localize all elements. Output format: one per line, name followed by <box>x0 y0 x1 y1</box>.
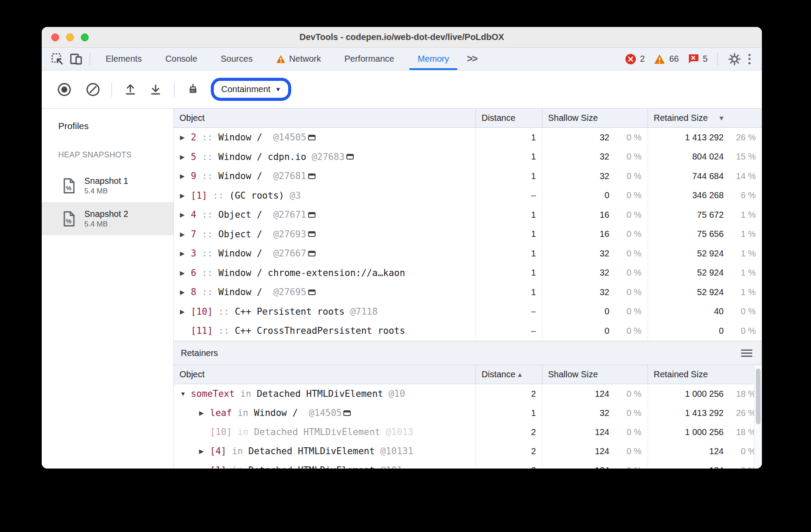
separator-text: :: <box>213 326 235 336</box>
customize-devtools-menu-icon[interactable] <box>744 54 755 64</box>
disclosure-arrow[interactable]: ▶ <box>179 173 191 180</box>
object-cell: ▶9 :: Window / @27681 <box>174 166 475 186</box>
heap-object-row[interactable]: ▶[1] :: (GC roots) @3–00 %346 2686 % <box>174 186 762 206</box>
retainer-row[interactable]: [10] in Detached HTMLDivElement @1013212… <box>174 422 762 442</box>
object-id: @27695 <box>273 287 306 297</box>
separator-text: :: <box>196 152 219 162</box>
heap-snapshot-file-icon: % <box>63 178 76 194</box>
minimize-window-button[interactable] <box>66 33 74 41</box>
disclosure-arrow[interactable]: ▶ <box>179 192 191 199</box>
tab-memory[interactable]: Memory <box>406 48 461 70</box>
disclosure-arrow[interactable]: ▶ <box>179 153 191 160</box>
disclosure-arrow[interactable]: ▶ <box>198 448 210 455</box>
snapshot-item[interactable]: % Snapshot 15.4 MB <box>42 169 173 202</box>
size-cell: 75 6561 % <box>648 225 762 244</box>
disclosure-arrow[interactable]: ▶ <box>179 211 191 218</box>
tab-network[interactable]: Network <box>264 48 332 70</box>
tab-sources[interactable]: Sources <box>209 48 264 70</box>
heap-object-row[interactable]: [11] :: C++ CrossThreadPersistent roots–… <box>174 321 762 341</box>
disclosure-arrow[interactable]: ▶ <box>179 231 191 238</box>
issues-badge[interactable]: 5 <box>688 53 708 64</box>
devtools-window: DevTools - codepen.io/web-dot-dev/live/P… <box>42 27 762 469</box>
retainers-menu-icon[interactable] <box>741 349 752 357</box>
inspect-element-icon[interactable] <box>48 48 67 70</box>
snapshot-text: Snapshot 25.4 MB <box>84 209 128 229</box>
clear-all-profiles-button[interactable] <box>86 82 100 97</box>
save-profile-button[interactable] <box>148 82 163 97</box>
profiler-toolbar: Containment ▼ <box>42 70 762 109</box>
object-id: @1013 <box>386 427 413 437</box>
object-cell: ▼someText in Detached HTMLDivElement @10 <box>174 384 475 403</box>
disclosure-arrow[interactable]: ▶ <box>198 409 210 416</box>
object-text: leaf in Window / @14505 <box>210 408 342 418</box>
heap-object-row[interactable]: ▶6 :: Window / chrome-extension://a…kaon… <box>174 263 762 283</box>
separator-text: :: <box>196 229 219 239</box>
disclosure-arrow[interactable]: ▶ <box>179 250 191 257</box>
column-header-shallow-size[interactable]: Shallow Size <box>542 109 648 127</box>
disclosure-arrow[interactable]: ▶ <box>179 134 191 141</box>
retainers-table: Object Distance▲ Shallow Size Retained S… <box>174 365 762 469</box>
tab-performance[interactable]: Performance <box>333 48 406 70</box>
scrollbar-thumb[interactable] <box>756 369 761 424</box>
retainers-rows: ▼someText in Detached HTMLDivElement @10… <box>174 384 762 469</box>
column-header-retained-size[interactable]: Retained Size▼ <box>648 109 762 127</box>
object-text: 8 :: Window / @27695 <box>191 287 306 297</box>
distance-cell: – <box>475 302 542 322</box>
heap-object-row[interactable]: ▶5 :: Window / cdpn.io @276831320 %804 0… <box>174 147 762 167</box>
more-tabs-button[interactable]: >> <box>461 53 483 65</box>
snapshot-item[interactable]: % Snapshot 25.4 MB <box>42 202 173 235</box>
column-header-shallow-size[interactable]: Shallow Size <box>542 365 648 384</box>
separator-text: :: <box>196 287 219 297</box>
size-cell: 1240 % <box>648 461 762 469</box>
load-profile-button[interactable] <box>123 82 138 97</box>
disclosure-arrow[interactable]: ▶ <box>179 269 191 276</box>
disclosure-arrow[interactable]: ▶ <box>179 289 191 296</box>
errors-badge[interactable]: 2 <box>625 53 645 65</box>
clipped-row: ▶[1] in Detached HTMLDivElement @1012124… <box>174 461 762 469</box>
column-header-distance[interactable]: Distance▲ <box>475 365 542 384</box>
heap-snapshot-file-icon: % <box>63 211 76 227</box>
heap-object-row[interactable]: ▶3 :: Window / @276671320 %52 9241 % <box>174 244 762 263</box>
heap-object-row[interactable]: ▶[10] :: C++ Persistent roots @7118–00 %… <box>174 302 762 322</box>
tab-console[interactable]: Console <box>153 48 209 70</box>
perspective-select-value: Containment <box>221 84 270 94</box>
warnings-badge[interactable]: 66 <box>654 54 679 64</box>
object-text: 5 :: Window / cdpn.io @27683 <box>191 152 345 162</box>
retainer-row[interactable]: ▶[4] in Detached HTMLDivElement @1013121… <box>174 442 762 461</box>
retainer-row[interactable]: ▶leaf in Window / @145051320 %1 413 2922… <box>174 403 762 422</box>
record-heap-snapshot-button[interactable] <box>57 82 72 97</box>
heap-object-row[interactable]: ▶7 :: Object / @276931160 %75 6561 % <box>174 225 762 244</box>
column-header-object[interactable]: Object <box>174 365 475 384</box>
clear-brush-icon[interactable] <box>186 82 200 97</box>
zoom-window-button[interactable] <box>81 33 89 41</box>
retainer-row[interactable]: ▶[1] in Detached HTMLDivElement @1012124… <box>174 461 762 469</box>
object-text: 3 :: Window / @27667 <box>191 248 306 259</box>
heap-object-row[interactable]: ▶4 :: Object / @276711160 %75 6721 % <box>174 205 762 225</box>
disclosure-arrow[interactable]: ▶ <box>179 308 191 315</box>
perspective-select[interactable]: Containment ▼ <box>211 78 291 101</box>
device-toolbar-icon[interactable] <box>67 48 86 70</box>
object-name: Window / <box>218 248 273 259</box>
retaining-object: Window / <box>254 408 309 418</box>
sidebar-title: Profiles <box>58 121 173 131</box>
vertical-scrollbar[interactable] <box>754 365 762 469</box>
object-name: Window / <box>218 171 273 181</box>
separator-text: :: <box>207 190 229 201</box>
warning-icon <box>654 54 665 64</box>
object-name: Object / <box>218 209 273 220</box>
heap-object-row[interactable]: ▶9 :: Window / @276811320 %744 68414 % <box>174 166 762 186</box>
column-header-label: Shallow Size <box>548 113 598 123</box>
column-header-object[interactable]: Object <box>174 109 475 127</box>
heap-object-row[interactable]: ▶2 :: Window / @145051320 %1 413 29226 % <box>174 128 762 147</box>
object-id: @3 <box>290 190 301 201</box>
distance-cell: 1 <box>475 283 542 302</box>
column-header-retained-size[interactable]: Retained Size <box>648 365 762 384</box>
retainer-row[interactable]: ▼someText in Detached HTMLDivElement @10… <box>174 384 762 403</box>
disclosure-arrow[interactable]: ▼ <box>179 390 191 397</box>
column-header-distance[interactable]: Distance <box>475 109 542 127</box>
heap-object-row[interactable]: ▶8 :: Window / @276951320 %52 9241 % <box>174 283 762 302</box>
close-window-button[interactable] <box>51 33 59 41</box>
disclosure-arrow[interactable]: ▶ <box>198 467 210 469</box>
settings-gear-icon[interactable] <box>725 52 744 66</box>
tab-elements[interactable]: Elements <box>94 48 153 70</box>
